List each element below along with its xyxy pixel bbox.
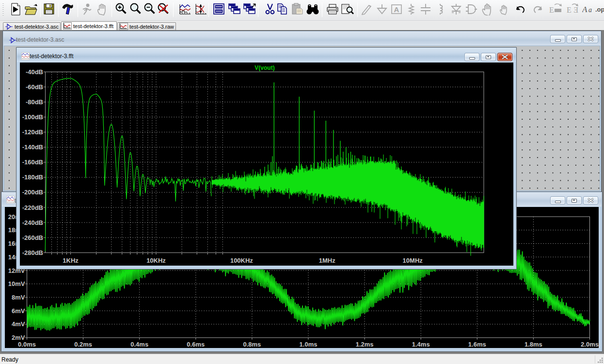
svg-text:A: A — [394, 5, 399, 14]
svg-text:-120dB: -120dB — [22, 128, 43, 136]
svg-text:6mV: 6mV — [12, 307, 25, 315]
svg-text:-200dB: -200dB — [22, 189, 43, 196]
svg-text:1.4ms: 1.4ms — [412, 341, 430, 348]
svg-text:0.6ms: 0.6ms — [187, 341, 205, 348]
svg-text:0.0ms: 0.0ms — [18, 341, 36, 348]
svg-text:10KHz: 10KHz — [146, 257, 166, 264]
svg-text:a: a — [588, 6, 592, 14]
svg-text:V(vout): V(vout) — [254, 64, 274, 71]
svg-text:4mV: 4mV — [12, 320, 25, 328]
svg-text:10mV: 10mV — [8, 280, 25, 287]
svg-text:1.0ms: 1.0ms — [300, 341, 318, 348]
svg-text:8mV: 8mV — [12, 294, 25, 301]
svg-text:2.0ms: 2.0ms — [581, 341, 599, 348]
svg-text:E: E — [549, 6, 554, 14]
svg-text:-280dB: -280dB — [22, 249, 43, 256]
svg-text:A: A — [582, 5, 588, 14]
svg-text:1.6ms: 1.6ms — [468, 341, 486, 348]
svg-text:2mV: 2mV — [12, 334, 25, 341]
svg-text:E: E — [567, 6, 572, 14]
svg-text:1.8ms: 1.8ms — [525, 341, 542, 348]
svg-text:0.4ms: 0.4ms — [130, 341, 148, 348]
svg-text:.op: .op — [595, 6, 604, 13]
svg-text:1.2ms: 1.2ms — [356, 341, 374, 348]
svg-text:-240dB: -240dB — [22, 219, 43, 226]
svg-text:-160dB: -160dB — [22, 158, 43, 166]
svg-text:-100dB: -100dB — [22, 113, 43, 121]
svg-text:E: E — [573, 6, 578, 14]
svg-text:-260dB: -260dB — [22, 234, 43, 241]
svg-text:-60dB: -60dB — [26, 83, 43, 91]
svg-text:1MHz: 1MHz — [319, 257, 335, 264]
svg-text:0.2ms: 0.2ms — [74, 341, 92, 348]
svg-text:-140dB: -140dB — [22, 143, 43, 151]
svg-text:-80dB: -80dB — [26, 98, 43, 106]
svg-text:1KHz: 1KHz — [63, 257, 79, 264]
svg-text:10MHz: 10MHz — [403, 257, 423, 264]
svg-text:-220dB: -220dB — [22, 204, 43, 211]
svg-text:-180dB: -180dB — [22, 174, 43, 181]
svg-text:100KHz: 100KHz — [230, 257, 253, 264]
svg-text:-40dB: -40dB — [26, 68, 43, 76]
svg-text:0.8ms: 0.8ms — [243, 341, 261, 348]
